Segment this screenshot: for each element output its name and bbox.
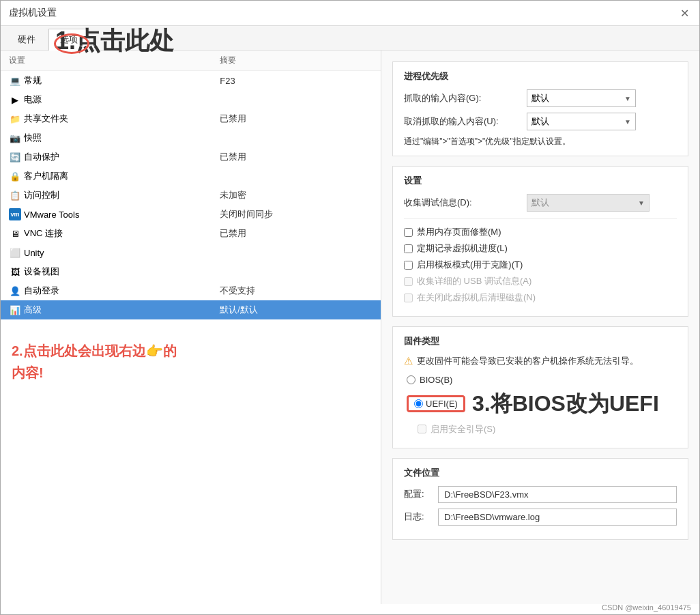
config-label: 配置: — [404, 488, 438, 500]
checkbox-row-1: 定期记录虚拟机进度(L) — [404, 242, 677, 255]
firmware-warning-text: 更改固件可能会导致已安装的客户机操作系统无法引导。 — [417, 354, 639, 368]
bios-label: BIOS(B) — [420, 375, 452, 385]
settings-section-title: 设置 — [404, 175, 677, 187]
uefi-radio-row: UEFI(E) 3.将BIOS改为UEFI — [407, 389, 677, 419]
snapshot-icon: 📷 — [9, 132, 21, 144]
right-panel: 进程优先级 抓取的输入内容(G): 默认 ▼ 取消抓取的输入内容(U): 默认 … — [381, 51, 699, 604]
uncapture-select[interactable]: 默认 ▼ — [527, 113, 636, 130]
table-row[interactable]: 🔄自动保护 已禁用 — [1, 147, 381, 167]
log-label: 日志: — [404, 511, 438, 523]
bios-radio-row: BIOS(B) — [407, 375, 677, 385]
checkbox-row-2: 启用模板模式(用于克隆)(T) — [404, 259, 677, 271]
content-area: 设置 摘要 💻常规 F23 ▶电源 📁共享文件夹 已禁用 — [1, 51, 699, 604]
folder-icon: 📁 — [9, 113, 21, 125]
collect-select: 默认 ▼ — [527, 194, 650, 212]
firmware-warning-row: ⚠ 更改固件可能会导致已安装的客户机操作系统无法引导。 — [404, 354, 677, 368]
uefi-highlight-box: UEFI(E) — [407, 395, 465, 412]
collect-select-arrow: ▼ — [638, 199, 645, 207]
file-location-title: 文件位置 — [404, 467, 677, 479]
table-row[interactable]: ▶电源 — [1, 90, 381, 109]
uncapture-field-row: 取消抓取的输入内容(U): 默认 ▼ — [404, 113, 677, 130]
table-row[interactable]: 🖼设备视图 — [1, 262, 381, 281]
deviceview-icon: 🖼 — [9, 266, 21, 278]
table-row[interactable]: 📋访问控制 未加密 — [1, 186, 381, 205]
table-row[interactable]: 👤自动登录 不受支持 — [1, 281, 381, 300]
capture-field-row: 抓取的输入内容(G): 默认 ▼ — [404, 89, 677, 107]
annotation-step3: 3.将BIOS改为UEFI — [472, 389, 659, 419]
firmware-section: 固件类型 ⚠ 更改固件可能会导致已安装的客户机操作系统无法引导。 BIOS(B)… — [392, 326, 688, 448]
collect-label: 收集调试信息(D): — [404, 197, 527, 209]
config-value: D:\FreeBSD\F23.vmx — [438, 486, 677, 503]
checkbox-log-label: 定期记录虚拟机进度(L) — [417, 242, 508, 255]
process-priority-title: 进程优先级 — [404, 70, 677, 83]
checkbox-disk-label: 在关闭此虚拟机后清理磁盘(N) — [417, 291, 536, 304]
changgui-icon: 💻 — [9, 74, 21, 87]
watermark: CSDN @weixin_46019475 — [602, 603, 691, 612]
checkbox-usb-label: 收集详细的 USB 调试信息(A) — [417, 275, 531, 287]
title-bar-left: 虚拟机设置 — [9, 7, 57, 19]
uefi-label: UEFI(E) — [426, 399, 458, 409]
capture-select[interactable]: 默认 ▼ — [527, 89, 636, 107]
log-value: D:\FreeBSD\vmware.log — [438, 509, 677, 526]
priority-hint: 通过"编辑">"首选项">"优先级"指定默认设置。 — [404, 136, 677, 147]
vnc-icon: 🖥 — [9, 227, 21, 240]
log-field-row: 日志: D:\FreeBSD\vmware.log — [404, 509, 677, 526]
secure-boot-label: 启用安全引导(S) — [431, 423, 495, 435]
uncapture-label: 取消抓取的输入内容(U): — [404, 115, 527, 128]
checkbox-template-label: 启用模板模式(用于克隆)(T) — [417, 259, 523, 271]
capture-select-arrow: ▼ — [624, 95, 631, 102]
uefi-radio[interactable] — [414, 399, 423, 408]
checkbox-memory-label: 禁用内存页面修整(M) — [417, 226, 501, 238]
isolation-icon: 🔒 — [9, 170, 21, 182]
config-field-row: 配置: D:\FreeBSD\F23.vmx — [404, 486, 677, 503]
tabs-bar: 硬件 选项 — [1, 26, 699, 51]
title-bar: 虚拟机设置 ✕ — [1, 1, 699, 26]
power-icon: ▶ — [9, 94, 21, 106]
table-row[interactable]: 🖥VNC 连接 已禁用 — [1, 224, 381, 243]
window-title: 虚拟机设置 — [9, 7, 57, 19]
autologin-icon: 👤 — [9, 285, 21, 297]
main-window: 虚拟机设置 ✕ 1.点击此处 硬件 选项 设置 摘要 💻常规 — [0, 0, 700, 615]
checkbox-log[interactable] — [404, 244, 413, 253]
autoprotect-icon: 🔄 — [9, 151, 21, 163]
firmware-title: 固件类型 — [404, 335, 677, 347]
table-row[interactable]: ⬜Unity — [1, 243, 381, 262]
checkbox-row-0: 禁用内存页面修整(M) — [404, 226, 677, 238]
close-button[interactable]: ✕ — [677, 6, 691, 20]
checkbox-row-3: 收集详细的 USB 调试信息(A) — [404, 275, 677, 287]
settings-table: 设置 摘要 💻常规 F23 ▶电源 📁共享文件夹 已禁用 — [1, 51, 381, 319]
checkbox-usb — [404, 277, 413, 286]
vmwaretools-icon: vm — [9, 208, 21, 220]
col-summary-header: 摘要 — [212, 51, 381, 71]
file-location-section: 文件位置 配置: D:\FreeBSD\F23.vmx 日志: D:\FreeB… — [392, 458, 688, 540]
table-row[interactable]: 💻常规 F23 — [1, 71, 381, 91]
checkbox-row-4: 在关闭此虚拟机后清理磁盘(N) — [404, 291, 677, 304]
settings-section: 设置 收集调试信息(D): 默认 ▼ 禁用内存页面修整(M) 定期记录虚拟机进度… — [392, 166, 688, 317]
table-row[interactable]: 🔒客户机隔离 — [1, 167, 381, 186]
table-row[interactable]: vmVMware Tools 关闭时间同步 — [1, 205, 381, 224]
capture-label: 抓取的输入内容(G): — [404, 92, 527, 104]
table-row-advanced[interactable]: 📊高级 默认/默认 — [1, 300, 381, 319]
left-panel: 设置 摘要 💻常规 F23 ▶电源 📁共享文件夹 已禁用 — [1, 51, 381, 604]
secure-boot-row: 启用安全引导(S) — [418, 423, 677, 435]
col-setting-header: 设置 — [1, 51, 212, 71]
table-row[interactable]: 📁共享文件夹 已禁用 — [1, 109, 381, 128]
secure-boot-checkbox — [418, 425, 426, 433]
checkbox-disk — [404, 294, 413, 302]
checkbox-template[interactable] — [404, 261, 413, 270]
uncapture-select-arrow: ▼ — [624, 118, 631, 126]
bios-radio[interactable] — [407, 375, 415, 384]
tab-hardware[interactable]: 硬件 — [6, 29, 47, 50]
unity-icon: ⬜ — [9, 246, 21, 259]
checkbox-memory[interactable] — [404, 228, 413, 237]
tab-options[interactable]: 选项 — [48, 29, 89, 51]
process-priority-section: 进程优先级 抓取的输入内容(G): 默认 ▼ 取消抓取的输入内容(U): 默认 … — [392, 61, 688, 156]
advanced-icon: 📊 — [9, 304, 21, 316]
settings-header: 设置 摘要 — [1, 51, 381, 71]
annotation-step2: 2.点击此处会出现右边👉的内容! — [12, 340, 370, 384]
warning-icon: ⚠ — [404, 355, 413, 367]
access-icon: 📋 — [9, 189, 21, 201]
table-row[interactable]: 📷快照 — [1, 128, 381, 147]
collect-field-row: 收集调试信息(D): 默认 ▼ — [404, 194, 677, 212]
